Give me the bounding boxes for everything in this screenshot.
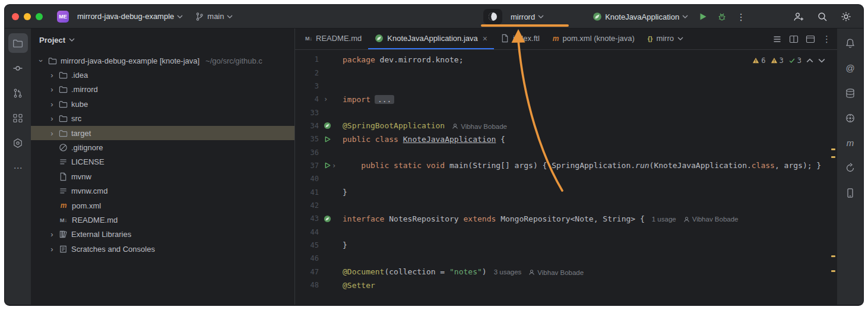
chevron-collapsed-icon[interactable]: › — [47, 129, 56, 138]
code-line[interactable]: 47@Document(collection = "notes")3 usage… — [295, 265, 837, 279]
toolwindow-commit-button[interactable] — [8, 58, 28, 78]
scrollbar-warning-mark[interactable] — [831, 156, 835, 158]
inspections-widget[interactable]: 6 3 3 — [750, 56, 828, 65]
line-number[interactable]: 3 — [295, 82, 324, 90]
spring-bean-gutter-icon[interactable] — [324, 215, 331, 223]
editor-layout-icon[interactable] — [806, 34, 815, 44]
chevron-collapsed-icon[interactable]: › — [47, 245, 56, 254]
run-gutter-icon[interactable] — [324, 162, 331, 169]
toolwindow-endpoints-button[interactable] — [841, 108, 860, 128]
line-number[interactable]: 34 — [295, 122, 324, 130]
toolwindow-database-button[interactable] — [841, 83, 860, 103]
close-tab-icon[interactable]: × — [483, 34, 487, 43]
traffic-light-close[interactable] — [12, 13, 19, 20]
toolwindow-structure-button[interactable] — [8, 108, 28, 128]
scrollbar-warning-mark[interactable] — [831, 255, 835, 257]
line-number[interactable]: 2 — [295, 69, 324, 77]
run-configuration-dropdown[interactable]: KnoteJavaApplication — [589, 10, 692, 24]
code-line[interactable]: 40 — [295, 172, 837, 185]
code-line[interactable]: 43interface NotesRepository extends Mong… — [295, 212, 837, 225]
search-everywhere-button[interactable] — [815, 9, 830, 24]
code-line[interactable]: 36 — [295, 145, 837, 159]
scrollbar-warning-mark[interactable] — [831, 270, 835, 272]
author-inlay[interactable]: Vibhav Bobade — [683, 216, 739, 223]
line-number[interactable]: 46 — [295, 254, 324, 262]
code-line[interactable]: 42 — [295, 199, 837, 212]
tab-knote-java-application[interactable]: KnoteJavaApplication.java × — [368, 29, 494, 49]
line-number[interactable]: 40 — [295, 175, 324, 183]
code-line[interactable]: 34@SpringBootApplicationVibhav Bobade — [295, 119, 837, 132]
toolwindow-notifications-button[interactable] — [841, 33, 860, 53]
toolwindow-project-button[interactable] — [8, 33, 28, 53]
line-number[interactable]: 47 — [295, 268, 324, 276]
toolwindow-dependencies-button[interactable] — [841, 158, 860, 178]
passed-inspections-count[interactable]: 3 — [788, 56, 802, 65]
toolwindow-maven-button[interactable]: m — [841, 133, 860, 153]
code-line[interactable]: 4›import... — [295, 93, 837, 106]
tree-item-scratches[interactable]: › Scratches and Consoles — [31, 242, 294, 256]
chevron-collapsed-icon[interactable]: › — [47, 71, 56, 80]
tab-index-ftl[interactable]: index.ftl — [494, 29, 546, 49]
line-number[interactable]: 33 — [295, 109, 324, 117]
split-editor-icon[interactable] — [789, 34, 799, 44]
tree-item[interactable]: › src — [31, 112, 294, 126]
line-number[interactable]: 48 — [295, 281, 324, 289]
tree-item-selected[interactable]: › target — [31, 126, 294, 140]
traffic-light-minimize[interactable] — [24, 13, 31, 20]
code-line[interactable]: 46 — [295, 252, 837, 265]
folded-code[interactable]: ... — [375, 95, 394, 104]
line-number[interactable]: 43 — [295, 214, 324, 223]
code-line[interactable]: 48@Setter — [295, 279, 837, 292]
code-line[interactable]: 45} — [295, 239, 837, 252]
project-panel-header[interactable]: Project — [31, 29, 294, 51]
mirrord-dropdown[interactable]: mirrord — [507, 10, 547, 24]
warnings-count[interactable]: 6 — [752, 56, 765, 65]
project-name-dropdown[interactable]: mirrord-java-debug-example — [74, 10, 186, 23]
line-number[interactable]: 44 — [295, 228, 324, 236]
chevron-collapsed-icon[interactable]: › — [47, 100, 56, 109]
line-number[interactable]: 4 — [295, 95, 324, 103]
tree-item[interactable]: › .gitignore — [31, 140, 294, 154]
author-inlay[interactable]: Vibhav Bobade — [452, 123, 507, 130]
chevron-expanded-icon[interactable]: › — [37, 56, 46, 65]
scrollbar-warning-mark[interactable] — [831, 148, 835, 150]
code-line[interactable]: 41} — [295, 185, 837, 198]
mirrord-toggle-button[interactable] — [483, 9, 502, 24]
code-line[interactable]: 35public class KnoteJavaApplication { — [295, 132, 837, 145]
tab-readme[interactable]: M↓ README.md — [299, 29, 368, 49]
more-toolwindows-button[interactable]: ⋯ — [8, 158, 28, 178]
toolwindow-ai-assistant-button[interactable]: @ — [841, 58, 860, 78]
debug-button[interactable] — [714, 9, 730, 24]
toolwindow-device-manager-button[interactable] — [841, 183, 860, 203]
line-number[interactable]: 35 — [295, 135, 324, 143]
code-line[interactable]: 44 — [295, 225, 837, 238]
tab-pom-xml[interactable]: m pom.xml (knote-java) — [546, 29, 641, 49]
code-line[interactable]: 33 — [295, 106, 837, 119]
code-with-me-button[interactable] — [791, 9, 806, 24]
run-gutter-icon[interactable] — [324, 135, 331, 143]
line-number[interactable]: 41 — [295, 188, 324, 197]
usages-inlay[interactable]: 1 usage — [652, 216, 676, 223]
tree-item[interactable]: › M↓ README.md — [31, 213, 294, 227]
usages-inlay[interactable]: 3 usages — [494, 268, 522, 276]
run-button[interactable] — [695, 9, 711, 24]
code-line[interactable]: 37› public static void main(String[] arg… — [295, 159, 837, 172]
tree-item[interactable]: › .mirrord — [31, 83, 294, 97]
tree-item-root[interactable]: › mirrord-java-debug-example [knote-java… — [31, 53, 294, 68]
line-number[interactable]: 1 — [295, 55, 324, 64]
tree-item[interactable]: › mvnw — [31, 169, 294, 184]
tree-item[interactable]: › mvnw.cmd — [31, 184, 294, 198]
line-number[interactable]: 36 — [295, 148, 324, 157]
tab-list-icon[interactable] — [772, 34, 782, 44]
spring-bean-gutter-icon[interactable] — [324, 122, 331, 129]
tree-item[interactable]: › LICENSE — [31, 155, 294, 169]
fold-chevron-icon[interactable]: › — [332, 162, 336, 170]
line-number[interactable]: 45 — [295, 241, 324, 249]
fold-chevron-icon[interactable]: › — [324, 95, 328, 103]
tree-item-external-libraries[interactable]: › External Libraries — [31, 227, 294, 242]
toolwindow-pull-requests-button[interactable] — [8, 83, 28, 103]
line-number[interactable]: 37 — [295, 162, 324, 170]
chevron-collapsed-icon[interactable]: › — [47, 114, 56, 123]
chevron-collapsed-icon[interactable]: › — [47, 85, 56, 94]
next-issue-icon[interactable] — [818, 57, 825, 64]
